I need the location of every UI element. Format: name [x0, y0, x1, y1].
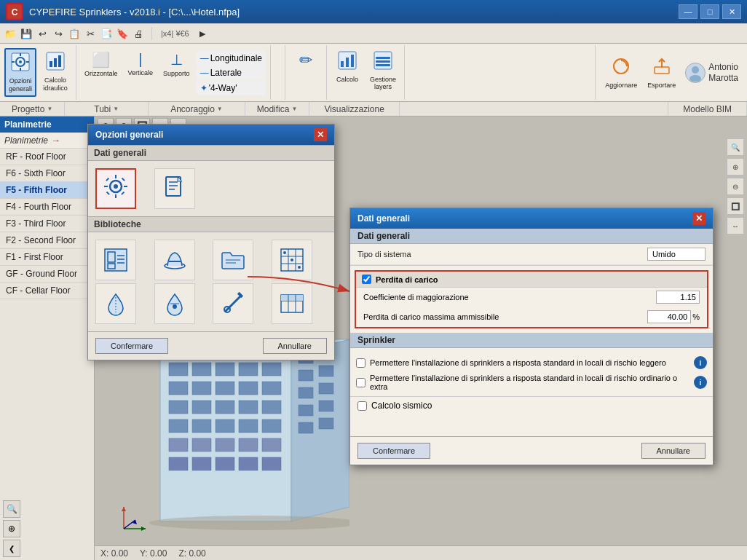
sidebar-item-f4[interactable]: F4 - Fourth Floor	[0, 199, 94, 216]
dati-annullare-button[interactable]: Annullare	[641, 443, 706, 459]
sprinkler-row-2: Permettere l'installazione di sprinklers…	[356, 371, 707, 393]
svg-rect-58	[262, 457, 281, 470]
svg-rect-55	[192, 457, 211, 470]
laterale-button[interactable]: — Laterale	[197, 66, 266, 80]
sidebar-item-cf[interactable]: CF - Cellar Floor	[0, 283, 94, 299]
opzioni-generali-button[interactable]: Opzioni generali	[4, 48, 36, 97]
rpanel-btn-5[interactable]: ↔	[727, 217, 744, 234]
sidebar-item-f3[interactable]: F3 - Third Floor	[0, 216, 94, 232]
qa-save[interactable]: 💾	[19, 27, 33, 40]
sidebar-tool-1[interactable]: 🔍	[3, 500, 20, 518]
dialog-dati-title[interactable]: Dati generali ✕	[350, 208, 713, 229]
label-ancoraggio[interactable]: Ancoraggio ▼	[149, 102, 245, 116]
dialog-opzioni-close[interactable]: ✕	[314, 128, 327, 141]
aggiornare-button[interactable]: Aggiornare	[601, 54, 641, 92]
info-btn-2[interactable]: i	[694, 376, 707, 389]
svg-point-77	[114, 184, 118, 189]
qa-paste[interactable]: 📑	[99, 27, 114, 40]
dati-confermare-button[interactable]: Confermare	[357, 443, 430, 459]
sidebar-item-rf[interactable]: RF - Roof Floor	[0, 149, 94, 165]
dialog-icon-drop1[interactable]	[95, 283, 136, 324]
info-btn-1[interactable]: i	[694, 356, 707, 369]
supporto-button[interactable]: ⊥ Supporto	[159, 48, 194, 80]
sidebar-tool-2[interactable]: ⊕	[3, 520, 20, 537]
qa-copy[interactable]: 📋	[67, 27, 82, 40]
tubi-sub-buttons: — Longitudinale — Laterale ✦ '4-Way'	[197, 48, 266, 98]
perdita-massima-input[interactable]	[647, 310, 691, 323]
sidebar-item-f2[interactable]: F2 - Second Floor	[0, 232, 94, 249]
label-modifica[interactable]: Modifica ▼	[245, 102, 310, 116]
label-bim[interactable]: Modello BIM	[668, 102, 747, 116]
coefficiente-row: Coefficiente di maggiorazione	[356, 288, 707, 307]
gestione-layers-button[interactable]: Gestione layers	[366, 48, 400, 93]
dialog-icon-blueprint[interactable]	[95, 240, 136, 280]
planimetrie-row[interactable]: Planimetrie →	[0, 133, 94, 149]
dialog-dati-close[interactable]: ✕	[692, 212, 706, 225]
rpanel-btn-4[interactable]: 🔲	[727, 197, 744, 215]
sidebar-item-f1[interactable]: F1 - First Floor	[0, 249, 94, 266]
coefficiente-input[interactable]	[656, 291, 700, 304]
sidebar-item-f6[interactable]: F6 - Sixth Floor	[0, 165, 94, 182]
dialog-icon-table[interactable]	[272, 283, 312, 324]
ribbon-vis-buttons: Calcolo Gestione layers	[331, 48, 400, 98]
svg-rect-83	[122, 177, 125, 181]
user-name: Antonio Marotta	[708, 62, 738, 83]
qa-open[interactable]: 📁	[3, 27, 17, 40]
qa-redo[interactable]: ↪	[51, 27, 66, 40]
sidebar-item-f5[interactable]: F5 - Fifth Floor	[0, 182, 94, 199]
label-progetto[interactable]: Progetto ▼	[0, 102, 65, 116]
4way-button[interactable]: ✦ '4-Way'	[197, 81, 266, 95]
svg-rect-63	[299, 387, 313, 398]
dialog-icon-tool[interactable]	[213, 283, 253, 324]
sidebar-tool-3[interactable]: ❮	[3, 540, 20, 557]
label-tubi[interactable]: Tubi ▼	[65, 102, 149, 116]
svg-marker-74	[141, 527, 146, 531]
longitudinale-button[interactable]: — Longitudinale	[197, 51, 266, 66]
tool-btn-1[interactable]: ▶	[195, 27, 210, 40]
svg-rect-12	[58, 55, 61, 67]
rpanel-btn-2[interactable]: ⊕	[727, 158, 744, 176]
dati-section-header: Dati generali	[350, 229, 713, 244]
dialog-icon-folder[interactable]	[213, 240, 253, 280]
orizzontale-label: Orizzontale	[84, 70, 118, 77]
sprinkler-cb-1[interactable]	[356, 358, 365, 368]
dialog-dati-footer: Confermare Annullare	[350, 436, 713, 465]
qa-cut[interactable]: ✂	[83, 27, 98, 40]
opzioni-icon	[10, 52, 31, 76]
label-visualizzazione[interactable]: Visualizzazione	[309, 102, 400, 116]
dialog-icon-hat[interactable]	[154, 240, 195, 280]
opzioni-annullare-button[interactable]: Annullare	[263, 338, 327, 354]
svg-rect-32	[239, 363, 258, 376]
dialog-icon-grid[interactable]	[272, 240, 312, 280]
orizzontale-icon: ⬜	[92, 51, 110, 68]
tipo-sistema-select[interactable]: Umido Secco Alternato	[647, 248, 706, 261]
sidebar-item-gf[interactable]: GF - Ground Floor	[0, 266, 94, 283]
qa-print[interactable]: 🖨	[131, 27, 146, 40]
modifica-button[interactable]: ✏	[290, 48, 322, 73]
close-button[interactable]: ✕	[722, 4, 741, 19]
calcolo-sismico-cb[interactable]	[357, 401, 367, 411]
sidebar-header: Planimetrie	[0, 117, 94, 133]
esportare-button[interactable]: Esportare	[644, 54, 679, 92]
opzioni-confermare-button[interactable]: Confermare	[95, 338, 168, 354]
minimize-button[interactable]: —	[679, 4, 697, 19]
qa-bookmark[interactable]: 🔖	[115, 27, 130, 40]
dialog-opzioni-title[interactable]: Opzioni generali ✕	[88, 125, 334, 145]
rpanel-btn-3[interactable]: ⊖	[727, 178, 744, 195]
rpanel-btn-1[interactable]: 🔍	[727, 138, 744, 156]
svg-rect-26	[160, 354, 291, 521]
sprinkler-cb-2[interactable]	[356, 378, 365, 387]
perdita-checkbox[interactable]	[362, 275, 371, 284]
calcolo-idraulico-button[interactable]: Calcolo idraulico	[39, 48, 71, 95]
dialog-icon-drop2[interactable]	[154, 283, 195, 324]
svg-rect-66	[319, 401, 333, 411]
svg-rect-82	[106, 177, 109, 181]
svg-rect-78	[115, 175, 116, 178]
orizzontale-button[interactable]: ⬜ Orizzontale	[81, 48, 122, 80]
dialog-icon-settings[interactable]	[95, 168, 136, 209]
verticale-button[interactable]: | Verticale	[125, 48, 157, 79]
dialog-icon-document[interactable]	[154, 168, 195, 209]
calcolo-vis-button[interactable]: Calcolo	[331, 48, 363, 86]
maximize-button[interactable]: □	[700, 4, 719, 19]
qa-undo[interactable]: ↩	[35, 27, 50, 40]
